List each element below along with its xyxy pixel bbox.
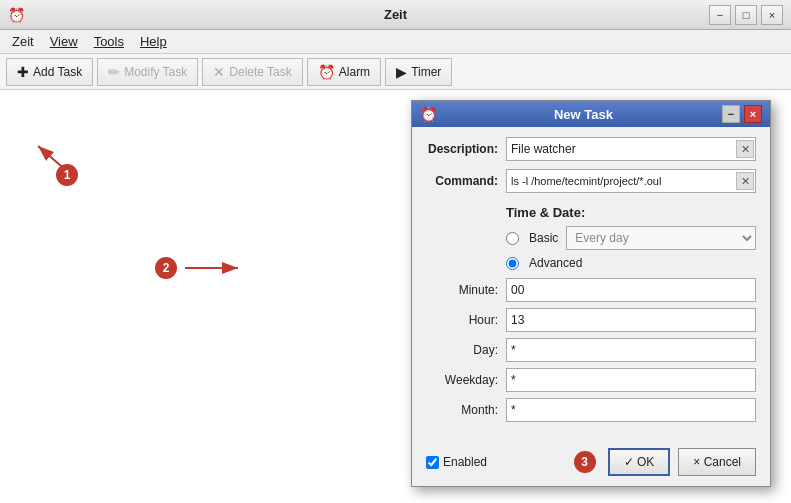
delete-task-icon: ✕ (213, 64, 225, 80)
command-label: Command: (426, 174, 506, 188)
timer-label: Timer (411, 65, 441, 79)
every-day-dropdown-wrap: Every day (566, 226, 756, 250)
dialog-icon: ⏰ (420, 106, 437, 122)
add-task-label: Add Task (33, 65, 82, 79)
command-input[interactable] (506, 169, 756, 193)
description-input-wrap: ✕ (506, 137, 756, 161)
description-row: Description: ✕ (426, 137, 756, 161)
month-input[interactable] (506, 398, 756, 422)
minimize-button[interactable]: − (709, 5, 731, 25)
alarm-label: Alarm (339, 65, 370, 79)
basic-radio-label[interactable]: Basic (506, 231, 558, 245)
day-input[interactable] (506, 338, 756, 362)
menu-zeit[interactable]: Zeit (4, 32, 42, 51)
modify-task-button[interactable]: ✏ Modify Task (97, 58, 198, 86)
dialog-overlay: ⏰ New Task − × Description: ✕ Command: (0, 90, 791, 503)
advanced-label: Advanced (529, 256, 582, 270)
add-task-icon: ✚ (17, 64, 29, 80)
modify-task-label: Modify Task (124, 65, 187, 79)
menu-bar: Zeit View Tools Help (0, 30, 791, 54)
ok-button[interactable]: ✓ OK (608, 448, 671, 476)
day-row: Day: (426, 338, 756, 362)
weekday-label: Weekday: (426, 373, 506, 387)
every-day-dropdown[interactable]: Every day (566, 226, 756, 250)
advanced-radio[interactable] (506, 257, 519, 270)
add-task-button[interactable]: ✚ Add Task (6, 58, 93, 86)
app-icon: ⏰ (8, 7, 24, 23)
close-button[interactable]: × (761, 5, 783, 25)
advanced-radio-label[interactable]: Advanced (506, 256, 582, 270)
annotation-3: 3 (574, 451, 596, 473)
description-clear-button[interactable]: ✕ (736, 140, 754, 158)
weekday-row: Weekday: (426, 368, 756, 392)
minute-label: Minute: (426, 283, 506, 297)
description-input[interactable] (506, 137, 756, 161)
advanced-radio-row: Advanced (506, 256, 756, 270)
basic-radio[interactable] (506, 232, 519, 245)
window-title: Zeit (384, 7, 407, 22)
dialog-close-button[interactable]: × (744, 105, 762, 123)
hour-input[interactable] (506, 308, 756, 332)
window-controls: − □ × (709, 5, 783, 25)
timer-icon: ▶ (396, 64, 407, 80)
dialog-footer: Enabled 3 ✓ OK × Cancel (412, 442, 770, 486)
toolbar: ✚ Add Task ✏ Modify Task ✕ Delete Task ⏰… (0, 54, 791, 90)
timer-button[interactable]: ▶ Timer (385, 58, 452, 86)
menu-view[interactable]: View (42, 32, 86, 51)
alarm-button[interactable]: ⏰ Alarm (307, 58, 381, 86)
minute-row: Minute: (426, 278, 756, 302)
delete-task-button[interactable]: ✕ Delete Task (202, 58, 302, 86)
new-task-dialog: ⏰ New Task − × Description: ✕ Command: (411, 100, 771, 487)
command-input-wrap: ✕ (506, 169, 756, 193)
basic-label: Basic (529, 231, 558, 245)
dialog-title: New Task (445, 107, 722, 122)
menu-help[interactable]: Help (132, 32, 175, 51)
enabled-checkbox[interactable] (426, 456, 439, 469)
cancel-button[interactable]: × Cancel (678, 448, 756, 476)
time-date-label: Time & Date: (506, 201, 756, 226)
modify-task-icon: ✏ (108, 64, 120, 80)
menu-tools[interactable]: Tools (86, 32, 132, 51)
maximize-button[interactable]: □ (735, 5, 757, 25)
delete-task-label: Delete Task (229, 65, 291, 79)
command-row: Command: ✕ (426, 169, 756, 193)
minute-input[interactable] (506, 278, 756, 302)
main-area: 1 2 ⏰ New Task − × Description: ✕ (0, 90, 791, 503)
hour-row: Hour: (426, 308, 756, 332)
enabled-checkbox-label[interactable]: Enabled (426, 455, 487, 469)
basic-radio-row: Basic Every day (506, 226, 756, 250)
weekday-input[interactable] (506, 368, 756, 392)
enabled-label: Enabled (443, 455, 487, 469)
hour-label: Hour: (426, 313, 506, 327)
dialog-title-bar: ⏰ New Task − × (412, 101, 770, 127)
day-label: Day: (426, 343, 506, 357)
month-row: Month: (426, 398, 756, 422)
month-label: Month: (426, 403, 506, 417)
title-bar: ⏰ Zeit − □ × (0, 0, 791, 30)
description-label: Description: (426, 142, 506, 156)
command-clear-button[interactable]: ✕ (736, 172, 754, 190)
alarm-icon: ⏰ (318, 64, 335, 80)
dialog-minimize-button[interactable]: − (722, 105, 740, 123)
dialog-content: Description: ✕ Command: ✕ Time & Date: (412, 127, 770, 442)
